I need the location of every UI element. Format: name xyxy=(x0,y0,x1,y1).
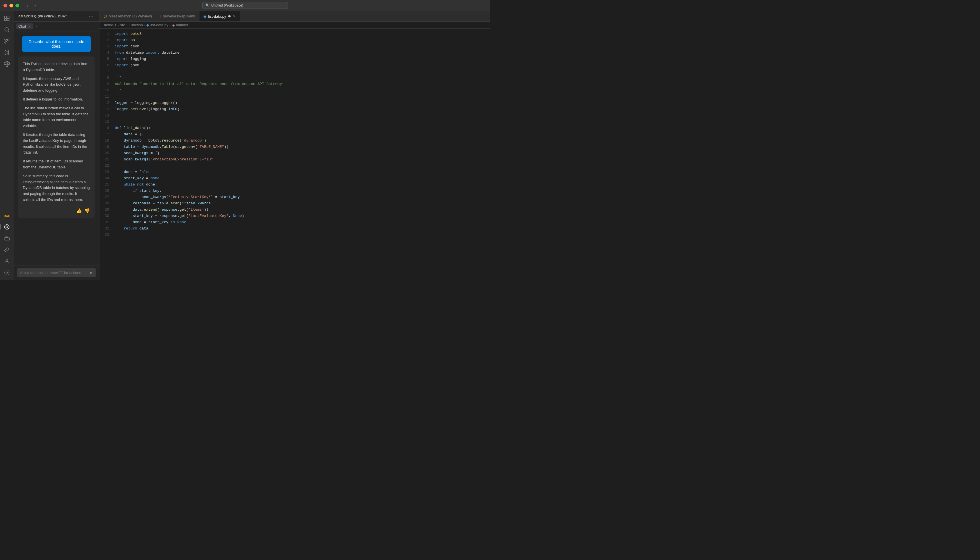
sidebar-item-amazon-q[interactable] xyxy=(2,222,12,232)
titlebar: ‹ › 🔍 Untitled (Workspace) xyxy=(0,0,490,11)
tab-serverless[interactable]: ! serverless-api.yaml xyxy=(156,11,199,22)
code-line-14: 14 xyxy=(99,112,490,119)
breadcrumb-handler[interactable]: ◈ handler xyxy=(172,23,188,27)
code-line-11: 11 xyxy=(99,93,490,100)
code-line-21: 21 scan_kwargs["ProjectionExpression"]="… xyxy=(99,157,490,163)
panel-title: AMAZON Q (PREVIEW): CHAT xyxy=(18,15,67,18)
sidebar-item-docker[interactable] xyxy=(2,233,12,243)
new-chat-tab-button[interactable]: + xyxy=(34,23,40,29)
editor-area: ⬡ Meet Amazon Q (Preview) ! serverless-a… xyxy=(99,11,490,280)
sidebar-item-remote[interactable]: aws xyxy=(2,210,12,221)
svg-point-18 xyxy=(6,259,8,261)
breadcrumb-listdata-label: list-data.py xyxy=(150,23,168,27)
panel-more-button[interactable]: ⋯ xyxy=(88,13,95,19)
chat-input-area: ➤ xyxy=(14,265,99,280)
code-line-18: 18 dynamodb = boto3.resource('dynamodb') xyxy=(99,138,490,144)
sidebar-item-extensions[interactable] xyxy=(2,59,12,69)
back-button[interactable]: ‹ xyxy=(25,2,30,8)
amazon-q-panel: AMAZON Q (PREVIEW): CHAT ⋯ Chat × + Desc… xyxy=(14,11,99,280)
svg-point-16 xyxy=(6,226,8,228)
code-line-33: 33 xyxy=(99,232,490,238)
forward-button[interactable]: › xyxy=(33,2,37,8)
code-line-15: 15 xyxy=(99,119,490,125)
aws-logo: aws xyxy=(4,214,9,217)
sidebar-item-search[interactable] xyxy=(2,25,12,35)
breadcrumb: demo-1 › src › Function › ◆ list-data.py… xyxy=(99,22,490,28)
code-line-10: 10 ''' xyxy=(99,87,490,93)
code-line-32: 32 return data xyxy=(99,225,490,232)
sidebar-item-source-control[interactable] xyxy=(2,36,12,46)
svg-point-6 xyxy=(5,39,6,40)
code-line-22: 22 xyxy=(99,163,490,169)
code-line-9: 9 AWS Lambda Function to list all data. … xyxy=(99,81,490,87)
close-button[interactable] xyxy=(3,4,7,7)
code-line-8: 8 ''' xyxy=(99,75,490,81)
close-list-data-tab-button[interactable]: × xyxy=(232,14,236,18)
sidebar-item-git[interactable] xyxy=(2,245,12,255)
svg-rect-17 xyxy=(4,238,9,240)
panel-header: AMAZON Q (PREVIEW): CHAT ⋯ xyxy=(14,11,99,22)
breadcrumb-demo1[interactable]: demo-1 xyxy=(104,23,117,27)
panel-actions: ⋯ xyxy=(88,13,95,19)
svg-line-5 xyxy=(8,31,9,32)
titlebar-navigation: ‹ › xyxy=(25,2,38,8)
close-chat-tab-button[interactable]: × xyxy=(28,25,30,28)
response-para-1: This Python code is retrieving data from… xyxy=(23,61,90,73)
titlebar-search[interactable]: 🔍 Untitled (Workspace) xyxy=(202,2,288,9)
chat-tab-label: Chat xyxy=(18,24,26,28)
code-line-12: 12 logger = logging.getLogger() xyxy=(99,100,490,106)
breadcrumb-listdata[interactable]: ◆ list-data.py xyxy=(146,23,168,27)
code-line-6: 6 import json xyxy=(99,62,490,68)
chat-input[interactable] xyxy=(20,271,87,275)
code-line-26: 26 if start_key: xyxy=(99,188,490,194)
thumbs-down-button[interactable]: 👎 xyxy=(84,208,90,213)
breadcrumb-handler-label: handler xyxy=(176,23,188,27)
breadcrumb-demo1-label: demo-1 xyxy=(104,23,117,27)
code-line-28: 28 response = table.scan(**scan_kwargs) xyxy=(99,200,490,207)
code-line-29: 29 data.extend(response.get('Items')) xyxy=(99,207,490,213)
sidebar-item-settings[interactable] xyxy=(2,267,12,278)
svg-point-15 xyxy=(5,225,9,230)
maximize-button[interactable] xyxy=(15,4,19,7)
response-para-5: It iterates through the table data using… xyxy=(23,132,90,155)
svg-rect-2 xyxy=(5,18,7,20)
svg-rect-1 xyxy=(7,16,9,18)
sidebar-item-explorer[interactable] xyxy=(2,13,12,23)
breadcrumb-src[interactable]: src xyxy=(120,23,125,27)
user-message: Describe what this source code does. xyxy=(22,36,90,52)
tab-list-data[interactable]: ◆ list-data.py × xyxy=(199,11,240,22)
tab-amazon-q-label: Meet Amazon Q (Preview) xyxy=(109,14,152,18)
code-editor[interactable]: 1 import boto3 2 import os 3 import json… xyxy=(99,28,490,280)
code-line-23: 23 done = False xyxy=(99,169,490,175)
code-line-5: 5 import logging xyxy=(99,56,490,62)
svg-point-19 xyxy=(6,272,8,273)
svg-rect-3 xyxy=(7,18,9,20)
code-line-2: 2 import os xyxy=(99,37,490,43)
search-icon: 🔍 xyxy=(206,3,210,7)
chat-tab-chat[interactable]: Chat × xyxy=(16,23,33,29)
tab-amazon-q[interactable]: ⬡ Meet Amazon Q (Preview) xyxy=(99,11,156,22)
code-line-24: 24 start_key = None xyxy=(99,175,490,182)
ai-response: This Python code is retrieving data from… xyxy=(18,57,95,218)
amazon-q-tab-icon: ⬡ xyxy=(104,14,107,18)
activity-bar: aws xyxy=(0,11,14,280)
breadcrumb-sep-4: › xyxy=(169,23,171,27)
minimize-button[interactable] xyxy=(9,4,13,7)
sidebar-item-account[interactable] xyxy=(2,256,12,266)
response-para-4: The list_data function makes a call to D… xyxy=(23,105,90,129)
breadcrumb-function[interactable]: Function xyxy=(129,23,143,27)
code-line-27: 27 scan_kwargs['ExclusiveStartKey'] = st… xyxy=(99,194,490,200)
code-line-31: 31 done = start_key is None xyxy=(99,219,490,225)
thumbs-up-button[interactable]: 👍 xyxy=(76,208,82,213)
send-button[interactable]: ➤ xyxy=(89,270,93,275)
main-container: aws xyxy=(0,11,490,280)
response-para-6: It returns the list of item IDs scanned … xyxy=(23,158,90,170)
code-line-17: 17 data = [] xyxy=(99,131,490,138)
sidebar-item-run[interactable] xyxy=(2,47,12,58)
svg-rect-14 xyxy=(6,65,8,67)
tab-modified-indicator xyxy=(228,15,231,17)
chat-input-wrapper: ➤ xyxy=(17,268,96,277)
code-line-25: 25 while not done: xyxy=(99,182,490,188)
editor-tabs: ⬡ Meet Amazon Q (Preview) ! serverless-a… xyxy=(99,11,490,22)
code-line-13: 13 logger.setLevel(logging.INFO) xyxy=(99,106,490,112)
